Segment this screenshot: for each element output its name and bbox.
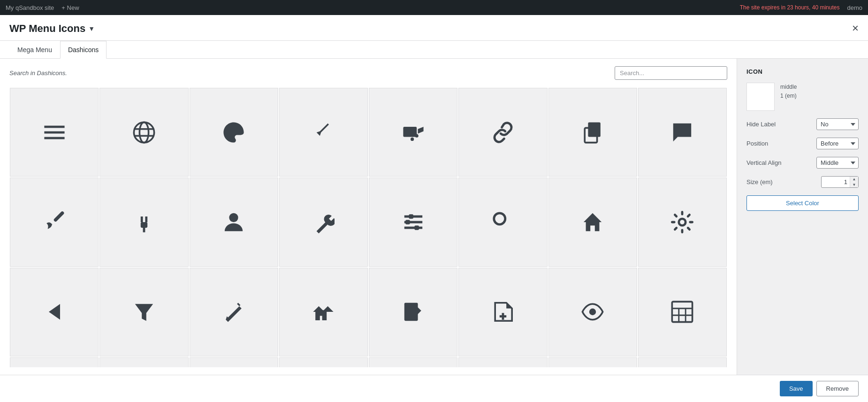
demo-link[interactable]: demo: [847, 4, 862, 11]
admin-bar: My qSandbox site + New The site expires …: [0, 0, 868, 15]
new-link[interactable]: + New: [61, 4, 79, 11]
admin-bar-left: My qSandbox site + New: [6, 4, 79, 11]
admin-bar-right: The site expires in 23 hours, 40 minutes…: [740, 4, 862, 11]
site-name[interactable]: My qSandbox site: [6, 4, 54, 11]
expiry-notice: The site expires in 23 hours, 40 minutes: [740, 4, 840, 11]
